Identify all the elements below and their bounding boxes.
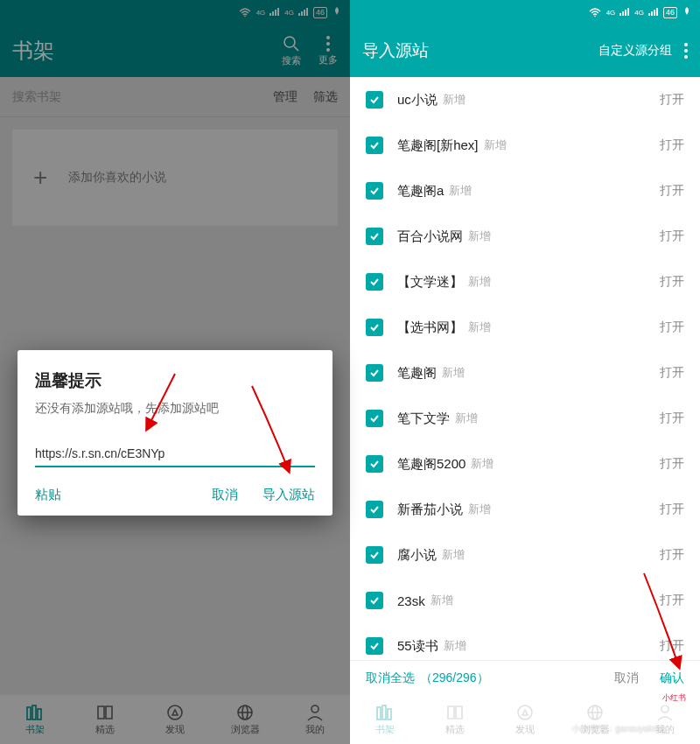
source-name: 笔趣阁[新hex] [397, 137, 479, 154]
open-button[interactable]: 打开 [660, 137, 684, 153]
source-item[interactable]: 笔趣阁[新hex]新增打开 [350, 123, 700, 168]
source-name: 腐小说 [397, 547, 437, 564]
xhs-logo: 小红书 [657, 691, 691, 705]
checkbox-checked-icon[interactable] [366, 637, 383, 655]
source-name: 百合小说网 [397, 228, 463, 245]
nav-shelf[interactable]: 书架 [0, 695, 70, 744]
checkbox-checked-icon[interactable] [366, 182, 383, 200]
more-button[interactable]: 更多 [318, 36, 338, 67]
bottom-nav: 书架 精选 发现 浏览器 我的 [0, 695, 350, 744]
app-header: 书架 搜索 更多 [0, 25, 350, 77]
source-item[interactable]: 【文学迷】新增打开 [350, 259, 700, 305]
svg-rect-4 [32, 705, 36, 719]
checkbox-checked-icon[interactable] [366, 137, 383, 154]
checkbox-checked-icon[interactable] [366, 319, 383, 336]
source-tag: 新增 [468, 502, 491, 517]
search-icon [283, 35, 300, 53]
xhs-id: 小红书号：gansuyalong [571, 723, 665, 735]
open-button[interactable]: 打开 [660, 365, 684, 381]
nav-discover[interactable]: 发现 [140, 695, 210, 744]
checkbox-checked-icon[interactable] [366, 546, 383, 564]
open-button[interactable]: 打开 [660, 547, 684, 563]
selection-count: （296/296） [420, 670, 489, 686]
nav-browser[interactable]: 浏览器 [210, 695, 280, 744]
source-item[interactable]: 笔趣阁新增打开 [350, 350, 700, 396]
source-item[interactable]: uc小说新增打开 [350, 77, 700, 123]
source-item[interactable]: 55读书新增打开 [350, 623, 700, 660]
source-item[interactable]: 笔趣阁a新增打开 [350, 168, 700, 214]
globe-icon [585, 704, 605, 721]
cancel-button[interactable]: 取消 [212, 487, 238, 503]
open-button[interactable]: 打开 [660, 593, 684, 608]
checkbox-checked-icon[interactable] [366, 410, 383, 427]
svg-rect-12 [377, 707, 381, 719]
nav-featured[interactable]: 精选 [420, 695, 490, 744]
wifi-icon [589, 8, 601, 18]
toolbar-cancel-button[interactable]: 取消 [614, 670, 639, 686]
battery-indicator: 46 [313, 7, 327, 18]
more-icon[interactable] [684, 43, 688, 59]
open-button[interactable]: 打开 [660, 92, 684, 108]
open-button[interactable]: 打开 [660, 456, 684, 472]
checkbox-checked-icon[interactable] [366, 455, 383, 473]
open-button[interactable]: 打开 [660, 274, 684, 290]
source-item[interactable]: 【选书网】新增打开 [350, 305, 700, 350]
battery-indicator: 46 [663, 7, 677, 18]
import-title: 导入源站 [362, 39, 429, 62]
source-item[interactable]: 23sk新增打开 [350, 578, 700, 623]
open-button[interactable]: 打开 [660, 183, 684, 199]
source-url-input[interactable] [35, 443, 315, 467]
source-item[interactable]: 笔趣阁5200新增打开 [350, 441, 700, 487]
source-item[interactable]: 新番茄小说新增打开 [350, 487, 700, 532]
nav-mine[interactable]: 我的 [280, 695, 350, 744]
open-button[interactable]: 打开 [660, 228, 684, 244]
source-tag: 新增 [468, 319, 491, 335]
checkbox-checked-icon[interactable] [366, 364, 383, 382]
source-tag: 新增 [468, 228, 491, 244]
source-item[interactable]: 笔下文学新增打开 [350, 396, 700, 441]
source-item[interactable]: 百合小说网新增打开 [350, 214, 700, 259]
source-name: 【文学迷】 [397, 274, 463, 291]
import-source-dialog: 温馨提示 还没有添加源站哦，先添加源站吧 粘贴 取消 导入源站 [18, 350, 332, 516]
source-name: uc小说 [397, 92, 438, 109]
checkbox-checked-icon[interactable] [366, 501, 383, 518]
source-tag: 新增 [468, 274, 491, 290]
source-list[interactable]: uc小说新增打开笔趣阁[新hex]新增打开笔趣阁a新增打开百合小说网新增打开【文… [350, 77, 700, 660]
compass-icon [165, 704, 185, 721]
checkbox-checked-icon[interactable] [366, 228, 383, 245]
checkbox-checked-icon[interactable] [366, 273, 383, 291]
signal-icon: 4G [256, 8, 280, 17]
bottom-nav: 书架 精选 发现 浏览器 我的 [350, 695, 700, 744]
svg-rect-13 [382, 705, 386, 719]
custom-group-button[interactable]: 自定义源分组 [598, 43, 672, 59]
svg-point-6 [168, 705, 182, 719]
shelf-icon [375, 704, 395, 721]
search-button[interactable]: 搜索 [282, 35, 301, 67]
toolbar-confirm-button[interactable]: 确认 [660, 670, 684, 686]
svg-point-0 [244, 15, 246, 17]
open-button[interactable]: 打开 [660, 638, 684, 654]
dialog-message: 还没有添加源站哦，先添加源站吧 [35, 401, 315, 417]
source-name: 55读书 [397, 638, 438, 655]
nav-featured[interactable]: 精选 [70, 695, 140, 744]
signal-icon: 4G [606, 8, 630, 17]
source-name: 新番茄小说 [397, 502, 463, 518]
source-name: 笔趣阁5200 [397, 456, 466, 473]
deselect-all-button[interactable]: 取消全选 [366, 670, 415, 686]
status-bar: 4G 4G 46 [350, 0, 700, 25]
source-tag: 新增 [455, 411, 478, 426]
nav-discover[interactable]: 发现 [490, 695, 560, 744]
checkbox-checked-icon[interactable] [366, 592, 383, 609]
checkbox-checked-icon[interactable] [366, 91, 383, 109]
paste-button[interactable]: 粘贴 [35, 487, 61, 503]
nav-browser[interactable]: 浏览器 [560, 695, 630, 744]
svg-point-15 [518, 705, 532, 719]
right-screenshot: 4G 4G 46 导入源站 自定义源分组 uc小说新增打开笔趣阁[新hex]新增… [350, 0, 700, 744]
source-item[interactable]: 腐小说新增打开 [350, 532, 700, 578]
open-button[interactable]: 打开 [660, 502, 684, 517]
open-button[interactable]: 打开 [660, 319, 684, 335]
open-button[interactable]: 打开 [660, 411, 684, 426]
import-button[interactable]: 导入源站 [262, 487, 315, 503]
source-name: 笔趣阁a [397, 183, 444, 200]
nav-shelf[interactable]: 书架 [350, 695, 420, 744]
